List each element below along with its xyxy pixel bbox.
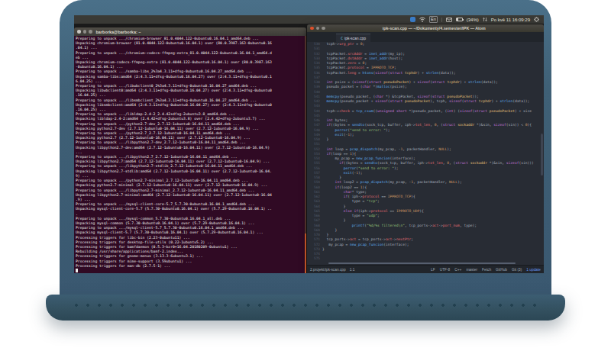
status-item-git-3-[interactable]: Git (3) [512,268,522,272]
terminal-line: Unpacking libwbclient0:amd64 (2:4.3.11+d… [76,89,305,93]
keyboard-vent-dots [73,302,538,308]
screen: En (34%) Po kvě 11 16:09:29 [74,15,544,273]
atom-tab-bar: C ipk-scan.cpp [307,32,544,42]
terminal-line: Unpacking mysql-client-core-5.7 (5.7.30-… [76,207,305,211]
tray-separator [441,18,442,22]
code-line: 575 [307,256,544,261]
top-panel: En (34%) Po kvě 11 16:09:29 [74,15,544,24]
terminal-line: Unpacking samba-libs:amd64 (2:4.3.11+dfs… [76,75,305,79]
laptop-mockup: En (34%) Po kvě 11 16:09:29 [0,0,611,364]
atom-minimize-button[interactable] [316,27,320,31]
status-item-lf[interactable]: LF [431,268,435,272]
atom-window: ipk-scan.cpp — ~/Dokumenty/4.semester/IP… [307,24,544,273]
line-number: 575 [307,256,322,261]
cpp-file-icon: C [341,36,343,40]
status-item-utf-8[interactable]: UTF-8 [440,268,451,272]
tab-ipk-scan-cpp[interactable]: C ipk-scan.cpp [336,34,370,42]
terminal-scrollbar[interactable] [305,36,307,273]
atom-close-button[interactable] [310,27,314,31]
terminal-maximize-button[interactable] [89,30,92,34]
terminal-cursor-line [76,269,305,273]
status-item-github[interactable]: GitHub [496,268,507,272]
battery-icon[interactable] [456,18,463,21]
status-item-fetch[interactable]: Fetch [482,268,491,272]
code-editor[interactable]: 530 tcph->urg_ptr = 0;531532 tcpPacket.s… [307,42,544,262]
terminal-close-button[interactable] [77,30,81,34]
terminal-title: barborka@barborka: ~ [96,30,141,34]
app-indicator-icon[interactable] [410,17,415,22]
status-item-master[interactable]: master [466,268,477,272]
laptop-base [46,295,565,321]
terminal-line: Unpacking libpython2.7-stdlib:amd64 (2.7… [76,169,305,174]
clock[interactable]: Po kvě 11 16:09:29 [491,18,530,22]
session-gear-icon[interactable] [534,17,539,22]
atom-titlebar[interactable]: ipk-scan.cpp — ~/Dokumenty/4.semester/IP… [307,24,544,32]
network-arrows-icon[interactable] [483,17,487,22]
status-item-1-update[interactable]: 1 update [526,268,541,272]
terminal-minimize-button[interactable] [83,30,87,34]
status-file-path[interactable]: 2.projekt/ipk-scan.cpp [310,268,346,272]
keyboard-layout-indicator[interactable]: En [429,16,438,23]
atom-statusbar: 2.projekt/ipk-scan.cpp 1:1 LFUTF-8C++mas… [307,265,544,273]
mail-icon[interactable] [446,18,452,22]
terminal-line: Unpacking chromium-browser (81.0.4044.12… [76,41,305,46]
terminal-line: Unpacking libpython2.7-minimal:amd64 (2.… [76,193,305,198]
status-item-c-[interactable]: C++ [454,268,461,272]
atom-window-title: ipk-scan.cpp — ~/Dokumenty/4.semester/IP… [383,26,486,31]
tab-label: ipk-scan.cpp [344,36,366,40]
terminal-line: Preparing to unpack .../chromium-codecs-… [76,51,305,56]
editor-vertical-scrollbar[interactable] [541,134,543,176]
wifi-icon[interactable] [419,17,425,22]
status-cursor-position[interactable]: 1:1 [350,268,355,272]
terminal-output[interactable]: Preparing to unpack .../chromium-browser… [74,36,306,273]
terminal-line: Unpacking libsmbclient:amd64 (2:4.3.11+d… [76,103,305,108]
terminal-cursor [76,269,78,272]
battery-percent: (34%) [467,18,479,22]
terminal-titlebar[interactable]: barborka@barborka: ~ [74,27,306,36]
editor-horizontal-scrollbar[interactable] [307,262,544,265]
atom-maximize-button[interactable] [322,27,325,31]
terminal-window: barborka@barborka: ~ Preparing to unpack… [74,27,306,273]
